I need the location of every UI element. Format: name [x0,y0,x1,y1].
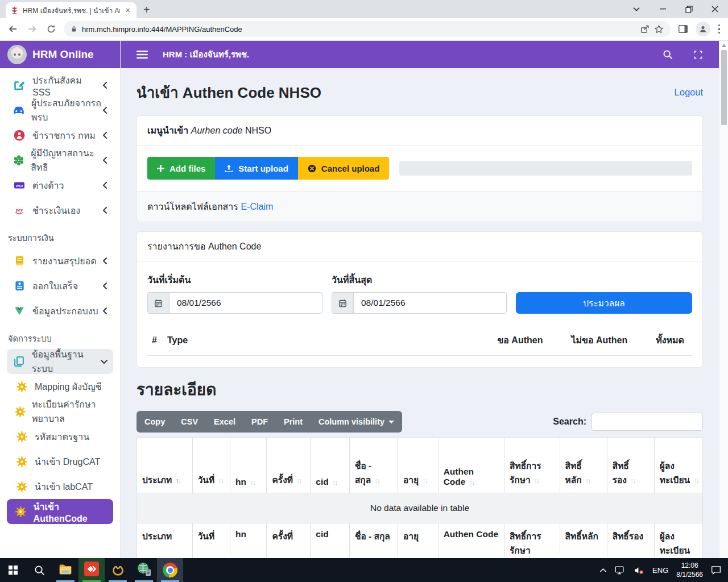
browser-menu-icon[interactable] [716,24,723,34]
url-text[interactable]: hrm.mch.himpro.info:444/MAPPING/authenCo… [82,25,635,34]
network-app-button[interactable] [131,558,157,582]
hosxp-app-button[interactable] [78,558,105,582]
column-header-9[interactable]: สิทธิ์หลัก↑↓ [560,438,607,493]
share-icon[interactable] [640,24,650,34]
export-excel-button[interactable]: Excel [206,411,243,433]
back-icon[interactable] [6,22,19,36]
lock-icon [71,25,77,33]
language-indicator[interactable]: ENG [652,566,668,575]
sidebar-item-2-g1[interactable]: ข้อมูลประกอบงบ [7,298,113,323]
sidebar-item-3-g0[interactable]: ผู้มีปัญหาสถานะสิทธิ [7,148,113,173]
hamburger-menu-icon[interactable] [136,50,148,59]
scrollbar-thumb[interactable] [721,50,727,125]
chrome-button[interactable] [157,558,183,582]
calendar-icon[interactable] [332,293,354,313]
tab-close-icon[interactable]: × [124,6,132,15]
process-button[interactable]: ประมวลผล [516,292,692,314]
export-csv-button[interactable]: CSV [173,411,206,433]
window-close-button[interactable] [702,0,728,18]
sidebar-brand[interactable]: HRM Online [0,41,120,68]
sidebar-item-0-g0[interactable]: ประกันสังคม SSS [7,73,113,98]
sidebar-item-0-g2[interactable]: ข้อมูลพื้นฐานระบบ [7,349,113,374]
sidebar-item-2-g0[interactable]: ข้าราชการ กทม [7,123,113,148]
upload-card: เมนูนำเข้า Aurhen code NHSO Add files St… [136,115,703,222]
volume-muted-icon[interactable] [634,566,644,575]
bookmark-star-icon[interactable] [654,24,664,34]
reload-icon[interactable] [44,22,58,36]
sort-arrows-icon[interactable]: ↑↓ [469,478,474,487]
export-print-button[interactable]: Print [276,411,311,433]
fullscreen-expand-icon[interactable] [693,50,703,60]
column-header-5[interactable]: ชื่อ - สกุล↑↓ [349,438,398,493]
browser-tab[interactable]: HRM เมืองจันทร์,รพช. | นำเข้า Authe × [6,2,136,18]
start-upload-button[interactable]: Start upload [215,157,298,180]
sidebar-item-2-g2[interactable]: ทะเบียนค่ารักษาพยาบาล [7,399,113,424]
table-search-input[interactable] [592,413,703,431]
sort-arrows-icon[interactable]: ↑↓ [218,476,223,485]
tab-search-chevron-icon[interactable] [623,0,650,18]
file-explorer-button[interactable] [52,558,78,582]
column-header-8[interactable]: สิทธิ์การรักษา↑↓ [504,438,560,493]
column-header-0[interactable]: ประเภท↑↓ [137,438,193,493]
export-copy-button[interactable]: Copy [136,411,173,433]
sidebar-item-1-g0[interactable]: ผู้ประสบภัยจากรถ พรบ [7,98,113,123]
sidebar-item-1-g2[interactable]: Mapping ผังบัญชี [7,374,113,399]
sidebar-item-3-g2[interactable]: รหัสมาตรฐาน [7,424,113,449]
sort-arrows-icon[interactable]: ↑↓ [332,478,337,487]
sidebar-item-5-g2[interactable]: นำเข้า labCAT [7,474,113,499]
column-header-1[interactable]: วันที่↑↓ [192,438,230,493]
column-header-4[interactable]: cid↑↓ [311,438,350,493]
sort-arrows-icon[interactable]: ↑↓ [534,476,539,485]
add-files-button[interactable]: Add files [147,157,215,180]
sidebar-item-6-g2[interactable]: นำเข้า AuthenCode [7,499,113,524]
forward-icon[interactable] [25,22,39,36]
sidebar-item-5-g0[interactable]: payชำระเงินเอง [7,198,113,223]
taskbar-search-button[interactable] [26,558,52,582]
start-date-input[interactable] [169,293,322,313]
calendar-icon[interactable] [148,293,169,313]
sort-arrows-icon[interactable]: ↑↓ [693,476,698,485]
sidebar-item-4-g0[interactable]: VISAต่างด้าว [7,173,113,198]
sort-arrows-icon[interactable]: ↑↓ [175,476,180,485]
navicat-button[interactable] [105,558,131,582]
start-button[interactable] [0,558,26,582]
column-header-7[interactable]: Authen Code↑↓ [438,438,504,493]
sort-arrows-icon[interactable]: ↑↓ [630,476,635,485]
column-header-3[interactable]: ครั้งที่↑↓ [267,438,311,493]
page-scrollbar[interactable] [719,41,728,558]
sort-arrows-icon[interactable]: ↑↓ [296,476,301,485]
network-status-icon[interactable] [615,566,626,575]
sort-arrows-icon[interactable]: ↑↓ [422,476,427,485]
sidebar-item-1-g1[interactable]: ออกใบเสร็จ [7,273,113,298]
sidebar-item-label: รายงานสรุปยอด [32,254,97,268]
sort-arrows-icon[interactable]: ↑↓ [585,476,590,485]
address-bar[interactable]: hrm.mch.himpro.info:444/MAPPING/authenCo… [64,21,671,37]
column-header-10[interactable]: สิทธิ์รอง↑↓ [607,438,654,493]
logout-link[interactable]: Logout [675,87,703,98]
column-header-2[interactable]: hn↑↓ [230,438,267,493]
sidebar-item-4-g2[interactable]: นำเข้า DrugCAT [7,449,113,474]
export-pdf-button[interactable]: PDF [243,411,276,433]
window-minimize-button[interactable] [650,0,676,18]
cancel-upload-button[interactable]: Cancel upload [298,157,390,180]
brand-name: HRM Online [32,48,94,61]
notification-center-icon[interactable] [711,566,721,575]
export-column-visibility-button[interactable]: Column visibility [311,411,402,433]
profile-avatar[interactable] [696,22,710,36]
windows-taskbar: ENG 12:06 8/1/2566 [0,558,728,582]
sidebar-item-0-g1[interactable]: รายงานสรุปยอด [7,248,113,273]
scroll-up-arrow-icon[interactable] [722,44,726,47]
sort-arrows-icon[interactable]: ↑↓ [250,478,255,487]
side-panel-icon[interactable] [676,22,690,36]
search-icon[interactable] [663,49,673,60]
column-header-11[interactable]: ผู้ลงทะเบียน↑↓ [654,438,702,493]
column-footer-2: hn [230,523,267,559]
clock[interactable]: 12:06 8/1/2566 [676,561,703,579]
end-date-input[interactable] [354,293,506,313]
new-tab-button[interactable]: + [143,3,150,16]
window-restore-button[interactable] [676,0,702,18]
tray-chevron-up-icon[interactable] [599,568,607,573]
eclaim-link[interactable]: E-Claim [241,202,273,211]
column-header-6[interactable]: อายุ↑↓ [398,438,439,493]
sort-arrows-icon[interactable]: ↑↓ [374,476,379,485]
